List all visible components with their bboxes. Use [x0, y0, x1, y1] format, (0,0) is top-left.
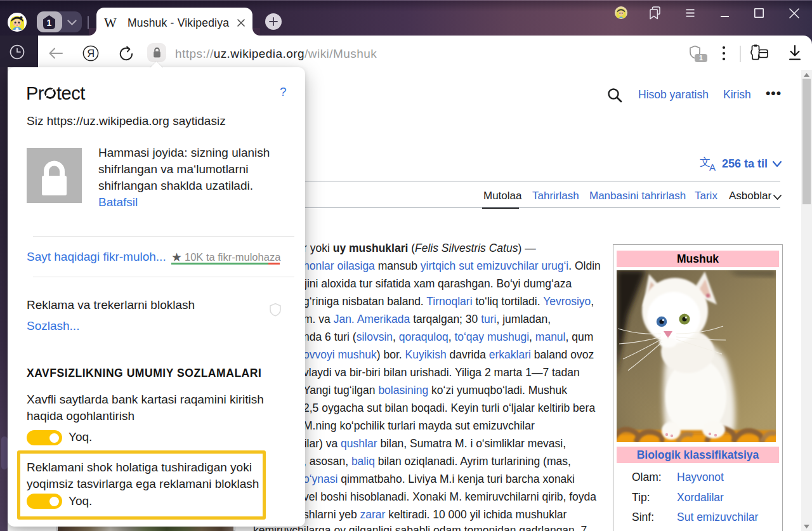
svg-text:1: 1 — [699, 54, 703, 62]
svg-text:A: A — [709, 162, 716, 172]
svg-text:Я: Я — [87, 48, 95, 59]
svg-text:1: 1 — [47, 18, 52, 28]
